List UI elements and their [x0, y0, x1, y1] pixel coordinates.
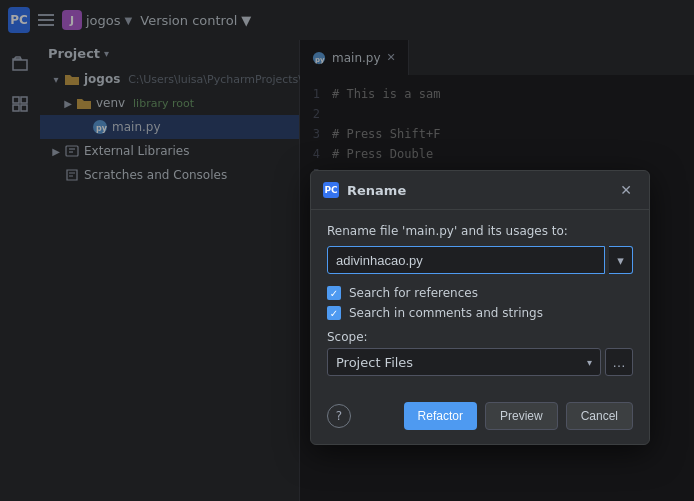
scope-dropdown[interactable]: Project Files ▾ [327, 348, 601, 376]
checkbox-comments-row[interactable]: ✓ Search in comments and strings [327, 306, 633, 320]
dialog-title-text: Rename [347, 183, 406, 198]
scope-row: Project Files ▾ … [327, 348, 633, 376]
scope-label: Scope: [327, 330, 633, 344]
refactor-button[interactable]: Refactor [404, 402, 477, 430]
dialog-title-left: PC Rename [323, 182, 406, 198]
dialog-input-row: ▾ [327, 246, 633, 274]
dialog-titlebar: PC Rename ✕ [311, 171, 649, 210]
checkbox-references-row[interactable]: ✓ Search for references [327, 286, 633, 300]
input-dropdown-button[interactable]: ▾ [609, 246, 633, 274]
dialog-body: Rename file 'main.py' and its usages to:… [311, 210, 649, 392]
checkbox-references[interactable]: ✓ [327, 286, 341, 300]
checkbox-references-check: ✓ [330, 288, 338, 299]
scope-more-button[interactable]: … [605, 348, 633, 376]
scope-value: Project Files [336, 355, 413, 370]
checkbox-comments-check: ✓ [330, 308, 338, 319]
checkbox-references-label: Search for references [349, 286, 478, 300]
scope-section: Scope: Project Files ▾ … [327, 330, 633, 376]
help-label: ? [336, 409, 342, 423]
rename-dialog: PC Rename ✕ Rename file 'main.py' and it… [310, 170, 650, 445]
dialog-description: Rename file 'main.py' and its usages to: [327, 224, 633, 238]
preview-button[interactable]: Preview [485, 402, 558, 430]
dialog-title-icon: PC [323, 182, 339, 198]
cancel-button[interactable]: Cancel [566, 402, 633, 430]
rename-input[interactable] [327, 246, 605, 274]
checkbox-comments-label: Search in comments and strings [349, 306, 543, 320]
footer-buttons: Refactor Preview Cancel [404, 402, 633, 430]
help-button[interactable]: ? [327, 404, 351, 428]
dialog-close-button[interactable]: ✕ [615, 179, 637, 201]
dialog-footer: ? Refactor Preview Cancel [311, 392, 649, 444]
scope-chevron-icon: ▾ [587, 357, 592, 368]
checkbox-comments[interactable]: ✓ [327, 306, 341, 320]
